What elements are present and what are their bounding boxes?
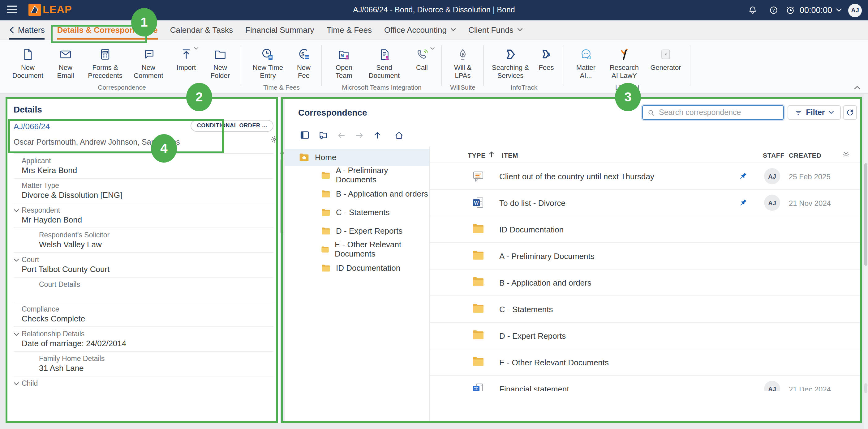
column-header-item[interactable]: ITEM xyxy=(502,152,518,159)
ribbon-group-leap-ai: AI Matter AI... Research AI LawY Generat… xyxy=(564,40,690,93)
call-button[interactable]: Call xyxy=(409,47,434,72)
correspondence-panel: Correspondence Filter Ho xyxy=(285,97,862,423)
tree-item-folder[interactable]: C - Statements xyxy=(285,203,429,221)
matter-number-link[interactable]: AJ/066/24 xyxy=(13,122,50,131)
tree-item-folder[interactable]: E - Other Relevant Documents xyxy=(285,240,429,258)
research-ai-button[interactable]: Research AI LawY xyxy=(606,47,642,80)
tree-item-folder[interactable]: A - Preliminary Documents xyxy=(285,166,429,184)
import-icon xyxy=(179,47,193,62)
tab-client-funds[interactable]: Client Funds xyxy=(468,22,523,39)
tab-office-accounting[interactable]: Office Accounting xyxy=(384,22,456,39)
folder-icon xyxy=(321,190,330,198)
pin-icon[interactable] xyxy=(738,171,748,181)
ribbon-group-label: WillSuite xyxy=(442,84,484,91)
chevron-down-icon[interactable] xyxy=(13,382,19,386)
tab-details-correspondence[interactable]: Details & Correspondence xyxy=(57,22,158,39)
home-icon[interactable] xyxy=(394,130,404,140)
help-icon[interactable]: ? xyxy=(763,0,784,21)
new-folder-icon xyxy=(213,47,227,62)
table-row-folder[interactable]: ID Documentation xyxy=(430,217,862,243)
import-button[interactable]: Import xyxy=(172,47,200,72)
table-row-folder[interactable]: B - Application and orders xyxy=(430,269,862,296)
column-header-type[interactable]: TYPE xyxy=(468,152,486,159)
new-time-entry-button[interactable]: New Time Entry xyxy=(249,47,287,80)
search-input[interactable] xyxy=(659,106,781,119)
ribbon-toolbar: New Document New Email Forms & Precedent… xyxy=(0,40,868,94)
svg-text:$: $ xyxy=(301,51,304,58)
window-scrollbar-thumb[interactable] xyxy=(864,163,867,266)
timer-value: 00:00:00 xyxy=(800,6,832,15)
table-row-document[interactable]: W To do list - Divorce AJ 21 Nov 2024 xyxy=(430,190,862,217)
tab-financial-summary[interactable]: Financial Summary xyxy=(245,22,314,39)
column-header-staff[interactable]: STAFF xyxy=(763,152,784,159)
details-gear-icon[interactable] xyxy=(270,135,278,143)
table-row-folder[interactable]: A - Preliminary Documents xyxy=(430,243,862,269)
infotrack-fees-button[interactable]: $ Fees xyxy=(536,47,557,72)
chevron-down-icon[interactable] xyxy=(13,209,19,212)
ribbon-group-teams: M Open Team Send Document Call Microsoft… xyxy=(322,40,442,93)
generator-button[interactable]: Generator xyxy=(648,47,683,72)
new-document-button[interactable]: New Document xyxy=(10,47,46,80)
panel-toggle-icon[interactable] xyxy=(300,130,310,140)
search-correspondence-box xyxy=(642,105,784,120)
refresh-button[interactable] xyxy=(843,105,857,120)
matter-summary: AJ/066/24 CONDITIONAL ORDER ... Oscar Po… xyxy=(13,119,274,154)
correspondence-heading: Correspondence xyxy=(298,107,367,118)
table-row-folder[interactable]: D - Expert Reports xyxy=(430,323,862,349)
chevron-down-icon[interactable] xyxy=(13,258,19,262)
details-fields: Applicant Mrs Keira Bond Matter Type Div… xyxy=(13,154,274,423)
tree-item-folder[interactable]: ID Documentation xyxy=(285,258,429,277)
forms-precedents-button[interactable]: Forms & Precedents xyxy=(85,47,125,80)
searching-services-button[interactable]: Searching & Services xyxy=(491,47,530,80)
timer-control[interactable]: 00:00:00 xyxy=(785,5,842,15)
chevron-down-icon xyxy=(829,111,834,114)
details-heading: Details xyxy=(13,104,42,114)
column-header-created[interactable]: CREATED xyxy=(789,152,822,159)
details-scrollbar-thumb[interactable] xyxy=(280,159,283,234)
new-comment-button[interactable]: New Comment xyxy=(131,47,166,80)
matter-ai-button[interactable]: AI Matter AI... xyxy=(572,47,600,80)
add-folder-icon[interactable] xyxy=(318,130,329,140)
filter-button[interactable]: Filter xyxy=(787,105,841,120)
leap-app-window: LEAP AJ/066/24 - Bond, Divorce & Dissolu… xyxy=(0,0,868,429)
ribbon-group-label: Microsoft Teams Integration xyxy=(322,84,442,91)
call-icon xyxy=(415,47,429,62)
details-scrollbar-up-arrow[interactable] xyxy=(280,150,285,154)
notifications-bell-icon[interactable] xyxy=(742,0,763,21)
table-header: TYPE ITEM STAFF CREATED xyxy=(430,146,862,163)
user-avatar[interactable]: AJ xyxy=(848,3,862,17)
correspondence-toolbar xyxy=(300,130,404,140)
arrow-up-icon[interactable] xyxy=(372,130,382,140)
tree-item-home[interactable]: Home xyxy=(285,149,429,166)
new-fee-button[interactable]: $ New Fee xyxy=(293,47,314,80)
matter-parties: Oscar Portsmouth, Andrew Johnson, Sam Gi… xyxy=(13,138,180,146)
search-icon xyxy=(647,109,655,117)
field-matter-type: Matter Type Divorce & Dissolution [ENG] xyxy=(13,179,274,203)
arrow-left-icon[interactable] xyxy=(337,130,346,140)
open-team-button[interactable]: M Open Team xyxy=(329,47,359,80)
table-row-folder[interactable]: E - Other Relevant Documents xyxy=(430,349,862,376)
arrow-right-icon[interactable] xyxy=(354,130,364,140)
chevron-down-icon xyxy=(836,8,842,12)
svg-text:$: $ xyxy=(547,52,550,57)
forms-precedents-icon xyxy=(98,47,112,62)
table-row-folder[interactable]: C - Statements xyxy=(430,296,862,323)
tab-back-to-matters[interactable]: Matters xyxy=(9,22,45,39)
collapse-ribbon-icon[interactable] xyxy=(854,85,861,90)
chevron-down-icon xyxy=(430,47,435,50)
send-document-button[interactable]: Send Document xyxy=(365,47,403,80)
table-row-comment[interactable]: Client out of the country until next Thu… xyxy=(430,163,862,190)
tree-item-folder[interactable]: D - Expert Reports xyxy=(285,221,429,240)
pin-icon[interactable] xyxy=(738,198,748,208)
new-folder-button[interactable]: New Folder xyxy=(207,47,234,80)
fees-icon: $ xyxy=(539,47,553,62)
chevron-down-icon[interactable] xyxy=(13,333,19,336)
chevron-down-icon xyxy=(194,47,198,50)
new-email-button[interactable]: New Email xyxy=(52,47,79,80)
tab-time-fees[interactable]: Time & Fees xyxy=(327,22,372,39)
will-lpas-button[interactable]: Will & LPAs xyxy=(449,47,476,80)
table-settings-gear-icon[interactable] xyxy=(842,150,850,158)
tab-calendar-tasks[interactable]: Calendar & Tasks xyxy=(170,22,233,39)
table-row-document-clipped[interactable]: Financial statement AJ 21 Dec 2024 xyxy=(430,376,862,391)
tree-item-folder[interactable]: B - Application and orders xyxy=(285,184,429,203)
